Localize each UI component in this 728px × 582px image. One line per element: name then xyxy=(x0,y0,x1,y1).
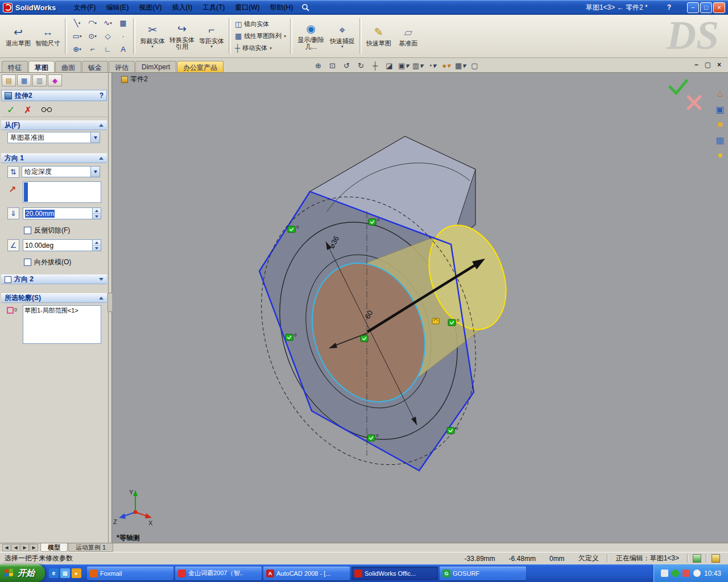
taskbar-task-autocad[interactable]: A AutoCAD 2008 - [... xyxy=(263,567,350,580)
from-section-header[interactable]: 从(F) xyxy=(1,120,107,130)
file-explorer-folder-icon[interactable]: ■ xyxy=(714,118,726,131)
maximize-button[interactable]: □ xyxy=(700,2,712,13)
design-library-icon[interactable]: ▣ xyxy=(714,103,726,115)
combo-dropdown-icon[interactable] xyxy=(90,132,100,143)
pan-icon[interactable]: ┼ xyxy=(369,60,382,71)
draft-icon[interactable]: ∠ xyxy=(7,239,19,251)
quick-launch-media-icon[interactable]: ▸ xyxy=(72,568,81,578)
ok-check-button[interactable]: ✓ xyxy=(7,104,15,116)
taskbar-task-solidworks[interactable]: SolidWorks Offic... xyxy=(351,567,438,580)
contour-list-item[interactable]: 草图1-局部范围<1> xyxy=(24,306,100,315)
draft-spinner[interactable] xyxy=(93,239,101,251)
next-tab-icon[interactable]: ▶ xyxy=(20,544,29,551)
circle-tool-icon[interactable]: ⊙▾ xyxy=(85,30,100,43)
fillet-tool-icon[interactable]: ⊕▾ xyxy=(69,43,85,56)
cancel-x-button[interactable]: ✗ xyxy=(24,105,31,115)
collapse-chevron-icon[interactable] xyxy=(99,124,104,127)
line-tool-icon[interactable]: ╲▾ xyxy=(69,16,85,30)
rapid-sketch-button[interactable]: ✎ 快速草图 xyxy=(364,26,394,47)
tray-volume-icon[interactable] xyxy=(693,569,701,577)
spin-up-icon[interactable] xyxy=(93,240,101,245)
previous-view-icon[interactable]: ↺ xyxy=(340,60,353,71)
zoom-area-icon[interactable]: ⊡ xyxy=(326,60,339,71)
view-orientation-icon[interactable]: ▣▾ xyxy=(397,60,410,71)
collapse-chevron-icon[interactable] xyxy=(99,157,104,160)
flip-side-checkbox[interactable] xyxy=(24,227,31,234)
polygon-tool-icon[interactable]: ◇ xyxy=(100,30,115,43)
depth-field[interactable]: 20.00mm xyxy=(23,207,101,219)
point-tool-icon[interactable]: ∙ xyxy=(115,30,131,43)
depth-spinner[interactable] xyxy=(93,207,101,219)
last-tab-icon[interactable]: ▶ xyxy=(30,544,38,551)
tab-dimxpert[interactable]: DimXpert xyxy=(135,61,176,72)
tab-features[interactable]: 特征 xyxy=(2,61,28,72)
tray-keyboard-icon[interactable] xyxy=(661,569,668,577)
rectangle-tool-icon[interactable]: ▭▾ xyxy=(69,30,85,43)
property-manager-tab[interactable]: ▦ xyxy=(17,74,31,86)
dropdown-arrow-icon[interactable]: ▾ xyxy=(270,46,272,51)
pattern-tool-icon[interactable]: ▦ xyxy=(115,16,131,30)
linear-sketch-pattern-button[interactable]: ▦ 线性草图阵列 ▾ xyxy=(233,31,288,41)
end-condition-combobox[interactable]: 给定深度 xyxy=(22,166,100,177)
close-button[interactable]: × xyxy=(713,2,725,13)
pm-help-button[interactable]: ? xyxy=(100,92,104,99)
from-combobox[interactable]: 草图基准面 xyxy=(7,132,100,143)
taskbar-task-gosurf[interactable]: G GOSURF xyxy=(440,567,526,580)
tab-sketch[interactable]: 草图 xyxy=(28,61,55,72)
dropdown-arrow-icon[interactable]: ▾ xyxy=(151,44,154,49)
graphics-viewport[interactable]: ⌀36 60 0 0 0 0 0 0 xyxy=(112,73,728,543)
display-style-icon[interactable]: ▥▾ xyxy=(411,60,424,71)
taskbar-task-ciba[interactable]: 金山词霸2007（智.. xyxy=(175,567,262,580)
dropdown-arrow-icon[interactable]: ▾ xyxy=(210,44,213,49)
origin-relation-icon[interactable] xyxy=(361,335,368,342)
feature-manager-tab[interactable]: ▤ xyxy=(2,74,16,86)
doc-minimize-icon[interactable]: − xyxy=(694,61,698,69)
move-entities-button[interactable]: ┼ 移动实体 ▾ xyxy=(233,43,288,53)
rotate-view-icon[interactable]: ↻ xyxy=(354,60,367,71)
dropdown-arrow-icon[interactable]: ▾ xyxy=(341,44,344,49)
display-delete-relations-button[interactable]: ◉ 显示/删除几... xyxy=(295,22,328,51)
text-tool-icon[interactable]: A xyxy=(115,43,131,56)
apply-scene-icon[interactable]: ▦▾ xyxy=(454,60,467,71)
configuration-manager-tab[interactable]: ▥ xyxy=(32,74,47,86)
search-icon[interactable] xyxy=(301,3,310,12)
centerline-tool-icon[interactable]: ⌐ xyxy=(85,43,100,56)
minimize-button[interactable]: − xyxy=(687,2,699,13)
selected-contours-section-header[interactable]: 所选轮廓(S) xyxy=(1,293,107,303)
taskbar-task-foxmail[interactable]: Foxmail xyxy=(87,567,173,580)
tab-evaluate[interactable]: 评估 xyxy=(109,61,135,72)
combo-dropdown-icon[interactable] xyxy=(90,167,100,177)
quick-tips-icon[interactable] xyxy=(712,554,720,563)
detailed-preview-icon[interactable] xyxy=(41,106,53,114)
offset-entities-button[interactable]: ⌐ 等距实体 ▾ xyxy=(197,23,226,49)
convert-entities-button[interactable]: ↪ 转换实体引用 xyxy=(167,22,197,51)
arc-tool-icon[interactable]: ◠▾ xyxy=(85,16,100,30)
smart-dimension-button[interactable]: ↔ 智能尺寸 xyxy=(33,26,63,47)
tab-sheet-metal[interactable]: 钣金 xyxy=(82,61,108,72)
expand-chevron-icon[interactable] xyxy=(99,278,104,281)
lock-relation-icon[interactable] xyxy=(432,318,439,324)
tab-surfaces[interactable]: 曲面 xyxy=(55,61,81,72)
dropdown-arrow-icon[interactable]: ▾ xyxy=(284,34,286,39)
doc-close-icon[interactable]: × xyxy=(717,61,721,69)
menu-help[interactable]: 帮助(H) xyxy=(265,1,299,14)
quick-launch-desktop-icon[interactable]: ▦ xyxy=(60,568,70,578)
direction1-section-header[interactable]: 方向 1 xyxy=(1,153,107,163)
solidworks-resources-home-icon[interactable]: ⌂ xyxy=(714,88,726,100)
direction2-section-header[interactable]: 方向 2 xyxy=(1,275,107,284)
selected-contours-list[interactable]: 草图1-局部范围<1> xyxy=(23,305,101,344)
mirror-entities-button[interactable]: ◫ 镜向实体 xyxy=(233,19,288,30)
appearances-icon[interactable]: ● xyxy=(714,149,726,161)
direction-reference-box[interactable] xyxy=(23,181,101,203)
quick-snaps-button[interactable]: ⌖ 快速捕捉 ▾ xyxy=(328,23,357,49)
menu-insert[interactable]: 插入(I) xyxy=(167,1,197,14)
motion-study-tab[interactable]: 运动算例 1 xyxy=(68,543,113,552)
depth-input[interactable]: 20.00mm xyxy=(23,207,93,219)
camera-icon[interactable]: ▢ xyxy=(468,60,481,71)
start-button[interactable]: 开始 xyxy=(0,564,45,582)
exit-sketch-button[interactable]: ↩ 退出草图 xyxy=(3,26,33,47)
confirm-cancel-icon[interactable] xyxy=(688,97,700,109)
hide-show-items-icon[interactable]: ◔▾ xyxy=(425,60,439,71)
quick-launch-browser-icon[interactable]: e xyxy=(49,568,59,578)
taskbar-clock[interactable]: 10:43 xyxy=(704,569,721,577)
